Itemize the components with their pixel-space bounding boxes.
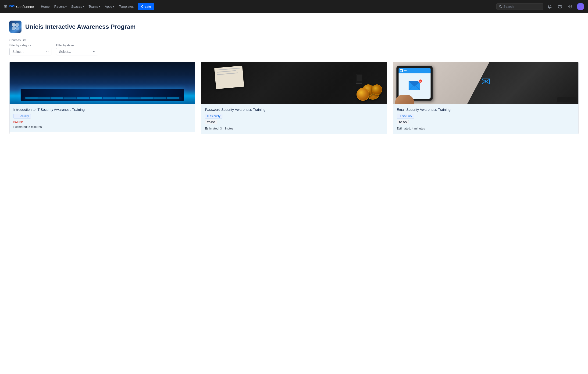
- svg-rect-5: [12, 23, 15, 26]
- nav-teams[interactable]: Teams ▾: [86, 0, 102, 13]
- confluence-logo[interactable]: Confluence: [9, 3, 34, 10]
- course-card-3[interactable]: Mail: [393, 62, 579, 134]
- card-image-keyboard: [10, 62, 195, 104]
- page-title: Unicis Interactive Awareness Program: [25, 23, 136, 30]
- card-title-1: Introduction to IT Security Awareness Tr…: [13, 107, 191, 111]
- help-icon[interactable]: [556, 3, 564, 10]
- course-card-1[interactable]: Introduction to IT Security Awareness Tr…: [9, 62, 195, 134]
- chevron-down-icon: ▾: [113, 5, 114, 8]
- svg-point-3: [560, 7, 560, 8]
- filter-status-label: Filter by status: [56, 44, 98, 47]
- card-body-2: Password Security Awareness Training IT …: [201, 104, 387, 134]
- card-estimate-1: Estimated: 5 minutes: [13, 125, 191, 128]
- settings-icon[interactable]: [567, 3, 574, 10]
- main-content: Unicis Interactive Awareness Program Cou…: [0, 13, 588, 374]
- search-input[interactable]: [504, 5, 541, 8]
- card-image-tablet: Mail: [393, 62, 578, 104]
- card-category-2: IT Security: [205, 114, 222, 118]
- svg-rect-7: [12, 27, 15, 30]
- nav-action-icons: [546, 3, 584, 10]
- card-body-3: Email Security Awareness Training IT Sec…: [393, 104, 578, 134]
- svg-rect-6: [16, 23, 19, 26]
- app-logo: [9, 21, 21, 33]
- filter-status-select[interactable]: Select...: [56, 48, 98, 55]
- filter-status-group: Filter by status Select...: [56, 44, 98, 55]
- card-estimate-3: Estimated: 4 minutes: [397, 127, 575, 130]
- nav-templates[interactable]: Templates: [116, 0, 136, 13]
- card-title-2: Password Security Awareness Training: [205, 107, 383, 111]
- confluence-icon: [9, 3, 15, 10]
- filter-category-group: Filter by category Select...: [9, 44, 51, 55]
- chevron-down-icon: ▾: [83, 5, 84, 8]
- nav-spaces[interactable]: Spaces ▾: [69, 0, 86, 13]
- user-avatar[interactable]: [577, 3, 584, 10]
- card-estimate-2: Estimated: 3 minutes: [205, 127, 383, 130]
- card-image-coins: [201, 62, 387, 104]
- chevron-down-icon: ▾: [99, 5, 100, 8]
- card-category-1: IT Security: [13, 114, 31, 118]
- nav-home[interactable]: Home: [39, 0, 52, 13]
- svg-rect-8: [16, 27, 19, 30]
- course-card-2[interactable]: Password Security Awareness Training IT …: [201, 62, 387, 134]
- filter-category-select[interactable]: Select...: [9, 48, 51, 55]
- nav-recent[interactable]: Recent ▾: [52, 0, 69, 13]
- card-status-2: TO DO: [205, 120, 217, 124]
- card-status-1: FAILED: [13, 121, 23, 124]
- create-button[interactable]: Create: [138, 3, 154, 10]
- confluence-label: Confluence: [16, 5, 34, 9]
- svg-point-4: [570, 6, 571, 7]
- grid-icon[interactable]: ⊞: [4, 4, 7, 9]
- card-title-3: Email Security Awareness Training: [397, 107, 575, 111]
- notifications-icon[interactable]: [546, 3, 553, 10]
- search-bar[interactable]: [496, 3, 543, 10]
- chevron-down-icon: ▾: [65, 5, 67, 8]
- navbar: ⊞ Confluence Home Recent ▾ Spaces ▾ Team…: [0, 0, 588, 13]
- svg-line-1: [501, 7, 502, 8]
- filters-section: Filter by category Select... Filter by s…: [9, 44, 579, 55]
- card-category-3: IT Security: [397, 114, 414, 118]
- courses-grid: Introduction to IT Security Awareness Tr…: [9, 62, 579, 134]
- card-status-3: TO DO: [397, 120, 409, 124]
- page-header: Unicis Interactive Awareness Program: [9, 21, 579, 33]
- filter-category-label: Filter by category: [9, 44, 51, 47]
- nav-apps[interactable]: Apps ▾: [103, 0, 116, 13]
- search-icon: [499, 5, 502, 8]
- card-body-1: Introduction to IT Security Awareness Tr…: [10, 104, 195, 132]
- breadcrumb: Courses List: [9, 38, 579, 42]
- filters-row: Filter by category Select... Filter by s…: [9, 44, 579, 55]
